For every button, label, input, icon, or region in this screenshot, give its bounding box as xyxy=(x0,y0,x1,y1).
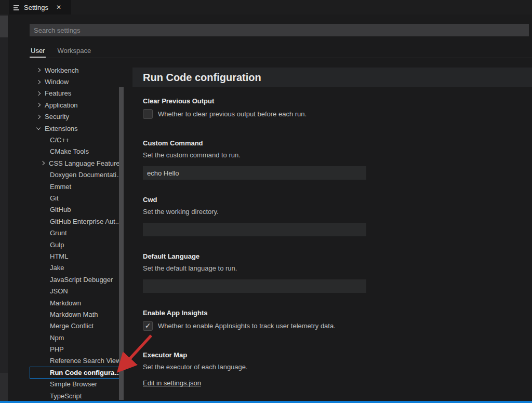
toc-item-extensions[interactable]: Extensions xyxy=(30,123,122,134)
chevron-right-icon xyxy=(36,115,41,119)
toc-item-merge-conflict[interactable]: Merge Conflict xyxy=(30,320,122,332)
setting-cwd: CwdSet the working directory. xyxy=(143,195,532,236)
settings-list: Clear Previous OutputWhether to clear pr… xyxy=(132,87,532,387)
setting-default-language: Default LanguageSet the default language… xyxy=(143,252,532,293)
setting-input-default-language[interactable] xyxy=(143,279,366,293)
setting-label: Enable App Insights xyxy=(143,308,532,318)
setting-description: Set the working directory. xyxy=(143,207,532,217)
toc-item-label: Application xyxy=(45,101,78,109)
toc-item-css-language-features[interactable]: CSS Language Features xyxy=(30,157,122,169)
setting-label: Executor Map xyxy=(143,351,532,360)
toc-item-label: CSS Language Features xyxy=(49,159,122,167)
toc-item-label: Window xyxy=(45,78,69,86)
edit-in-settings-json-link[interactable]: Edit in settings.json xyxy=(143,379,201,387)
toc-item-json[interactable]: JSON xyxy=(30,285,122,297)
window-bottom-accent-bar xyxy=(0,401,532,403)
setting-description: Set the executor of each language. xyxy=(143,362,532,372)
setting-description: Whether to enable AppInsights to track u… xyxy=(158,322,336,330)
toc-item-application[interactable]: Application xyxy=(30,99,122,111)
close-icon[interactable]: ✕ xyxy=(56,4,61,11)
toc-item-label: Git xyxy=(50,194,59,202)
toc-item-label: Security xyxy=(45,113,69,120)
toc-item-label: JSON xyxy=(50,287,68,295)
setting-clear-previous-output: Clear Previous OutputWhether to clear pr… xyxy=(143,97,532,119)
setting-custom-command: Custom CommandSet the custom command to … xyxy=(143,139,532,180)
setting-description: Set the default language to run. xyxy=(143,264,532,273)
toc-item-label: Jake xyxy=(50,264,64,272)
toc-item-gulp[interactable]: Gulp xyxy=(30,239,122,250)
toc-item-workbench[interactable]: Workbench xyxy=(30,64,122,76)
toc-item-label: JavaScript Debugger xyxy=(50,276,113,284)
setting-executor-map: Executor MapSet the executor of each lan… xyxy=(143,351,532,387)
toc-item-label: Doxygen Documentati... xyxy=(50,171,122,179)
setting-description: Whether to clear previous output before … xyxy=(158,110,307,118)
toc-item-label: GitHub xyxy=(50,206,71,213)
setting-label: Custom Command xyxy=(143,139,532,148)
tab-bar: Settings ✕ xyxy=(0,0,532,15)
setting-input-custom-command[interactable] xyxy=(143,166,366,180)
setting-label: Clear Previous Output xyxy=(143,97,532,106)
checkbox-checked[interactable]: ✓ xyxy=(143,321,153,331)
page-title: Run Code configuration xyxy=(132,68,532,87)
checkbox-unchecked[interactable] xyxy=(143,109,153,119)
toc-item-html[interactable]: HTML xyxy=(30,250,122,262)
toc-item-grunt[interactable]: Grunt xyxy=(30,227,122,238)
toc-item-label: C/C++ xyxy=(50,136,70,144)
toc-item-emmet[interactable]: Emmet xyxy=(30,181,122,192)
toc-item-label: Merge Conflict xyxy=(50,322,94,330)
toc-item-label: Npm xyxy=(50,334,64,342)
scope-tab-user[interactable]: User xyxy=(30,45,46,58)
toc-item-features[interactable]: Features xyxy=(30,88,122,99)
toc-item-jake[interactable]: Jake xyxy=(30,262,122,274)
toc-item-label: Markdown xyxy=(50,299,81,307)
toc-item-reference-search-view[interactable]: Reference Search View xyxy=(30,355,122,367)
setting-description: Set the custom command to run. xyxy=(143,151,532,160)
toc-item-label: CMake Tools xyxy=(50,147,89,155)
setting-label: Cwd xyxy=(143,195,532,205)
toc-item-github-enterprise-aut[interactable]: GitHub Enterprise Aut... xyxy=(30,216,122,227)
chevron-right-icon xyxy=(36,68,41,72)
toc-item-label: Workbench xyxy=(45,66,79,74)
toc-item-cmake-tools[interactable]: CMake Tools xyxy=(30,146,122,157)
toc-item-simple-browser[interactable]: Simple Browser xyxy=(30,379,122,390)
toc-item-label: TypeScript xyxy=(50,392,82,400)
setting-input-cwd[interactable] xyxy=(143,223,366,236)
chevron-right-icon xyxy=(36,103,41,107)
chevron-right-icon xyxy=(36,79,41,84)
tab-title: Settings xyxy=(24,4,48,11)
settings-main-pane: Run Code configuration Clear Previous Ou… xyxy=(132,58,532,401)
toc-item-git[interactable]: Git xyxy=(30,192,122,204)
settings-toc: WorkbenchWindowFeaturesApplicationSecuri… xyxy=(30,64,122,401)
toc-item-doxygen-documentati[interactable]: Doxygen Documentati... xyxy=(30,169,122,181)
left-strip-scroll-thumb[interactable] xyxy=(0,16,8,37)
toc-item-typescript[interactable]: TypeScript xyxy=(30,390,122,401)
toc-item-label: Gulp xyxy=(50,241,64,249)
toc-item-markdown-math[interactable]: Markdown Math xyxy=(30,308,122,320)
toc-item-security[interactable]: Security xyxy=(30,111,122,123)
search-input[interactable] xyxy=(30,24,529,36)
toc-item-npm[interactable]: Npm xyxy=(30,332,122,343)
toc-item-label: Markdown Math xyxy=(50,311,98,318)
settings-scope-tabs: UserWorkspace xyxy=(30,45,92,58)
scope-tab-workspace[interactable]: Workspace xyxy=(56,45,92,58)
toc-item-label: Simple Browser xyxy=(50,380,97,388)
toc-scrollbar[interactable] xyxy=(119,87,124,400)
toc-item-label: Features xyxy=(45,89,71,97)
toc-item-php[interactable]: PHP xyxy=(30,343,122,355)
toc-item-github[interactable]: GitHub xyxy=(30,204,122,216)
toc-item-label: Reference Search View xyxy=(50,357,121,365)
tab-settings[interactable]: Settings ✕ xyxy=(9,0,71,15)
toc-item-markdown[interactable]: Markdown xyxy=(30,297,122,308)
chevron-right-icon xyxy=(41,161,45,165)
left-edge-strip xyxy=(0,15,8,403)
toc-item-javascript-debugger[interactable]: JavaScript Debugger xyxy=(30,274,122,285)
toc-item-run-code-configura[interactable]: Run Code configura... xyxy=(30,367,122,378)
settings-sliders-icon xyxy=(14,4,20,11)
toc-item-c-c[interactable]: C/C++ xyxy=(30,134,122,145)
chevron-right-icon xyxy=(36,91,41,96)
toc-item-label: Emmet xyxy=(50,183,71,191)
toc-item-label: PHP xyxy=(50,345,64,353)
toc-item-label: Grunt xyxy=(50,229,67,237)
toc-item-window[interactable]: Window xyxy=(30,76,122,87)
toc-item-label: Extensions xyxy=(45,125,78,132)
